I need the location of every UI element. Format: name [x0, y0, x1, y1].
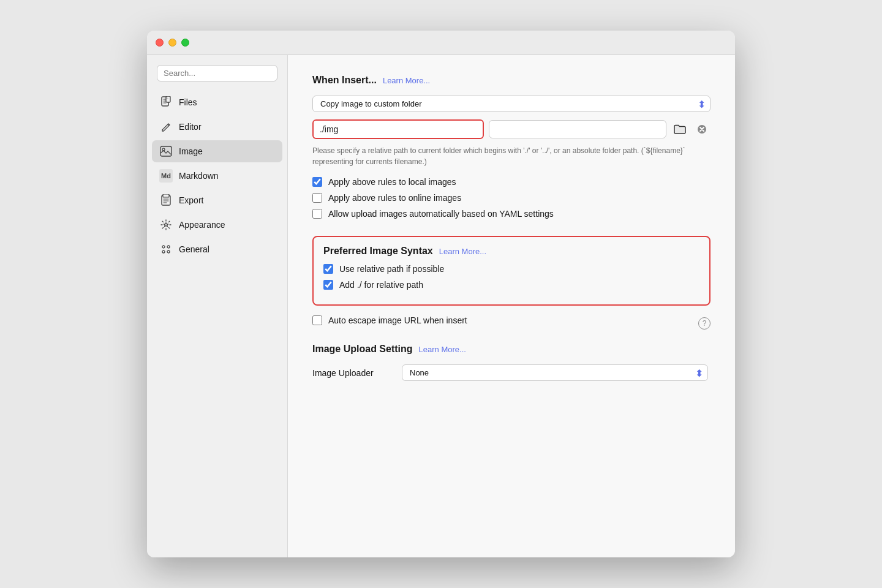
uploader-select-wrapper: None ⬍	[402, 364, 708, 381]
local-images-checkbox[interactable]	[312, 177, 322, 187]
relative-path-checkbox[interactable]	[323, 264, 333, 274]
preferred-syntax-box: Preferred Image Syntax Learn More... Use…	[312, 236, 710, 306]
titlebar	[147, 31, 735, 55]
checkbox-yaml-images: Allow upload images automatically based …	[312, 209, 710, 219]
window-content: Files Editor	[147, 55, 735, 557]
path-row	[312, 119, 710, 139]
svg-point-8	[162, 251, 165, 253]
editor-icon	[159, 120, 173, 134]
path-input[interactable]	[312, 119, 484, 139]
preferred-syntax-header: Preferred Image Syntax Learn More...	[323, 246, 699, 257]
markdown-icon: Md	[159, 169, 173, 183]
svg-point-7	[167, 246, 170, 248]
image-upload-title: Image Upload Setting	[312, 344, 413, 355]
dropdown-row: Copy image to custom folder ⬍	[312, 96, 710, 112]
image-icon	[159, 145, 173, 158]
path-hint-text: Please specify a relative path to curren…	[312, 145, 710, 167]
search-input[interactable]	[157, 65, 277, 81]
svg-point-9	[167, 251, 170, 253]
sidebar-item-markdown[interactable]: Md Markdown	[152, 165, 282, 187]
appearance-icon	[159, 218, 173, 232]
sidebar-item-files[interactable]: Files	[152, 91, 282, 113]
sidebar-item-editor[interactable]: Editor	[152, 116, 282, 138]
when-insert-section: When Insert... Learn More... Copy image …	[312, 75, 710, 219]
escape-url-checkbox-row: Auto escape image URL when insert	[312, 315, 467, 325]
dot-slash-label[interactable]: Add ./ for relative path	[339, 280, 423, 290]
preferred-syntax-title: Preferred Image Syntax	[323, 246, 433, 257]
traffic-lights	[156, 39, 189, 47]
escape-url-help-icon[interactable]: ?	[698, 317, 710, 330]
export-icon	[159, 194, 173, 207]
path-extra-input[interactable]	[489, 120, 666, 138]
local-images-label[interactable]: Apply above rules to local images	[328, 177, 456, 187]
preferred-syntax-learn-more[interactable]: Learn More...	[439, 247, 486, 256]
dropdown-wrapper: Copy image to custom folder ⬍	[312, 96, 710, 112]
sidebar-item-markdown-label: Markdown	[179, 171, 219, 181]
checkbox-relative-path: Use relative path if possible	[323, 264, 699, 274]
maximize-button[interactable]	[181, 39, 189, 47]
sidebar: Files Editor	[147, 55, 288, 557]
search-container	[152, 65, 282, 81]
svg-rect-5	[163, 194, 169, 197]
escape-url-row: Auto escape image URL when insert ?	[312, 315, 710, 331]
sidebar-item-export-label: Export	[179, 195, 203, 205]
folder-browse-button[interactable]	[671, 121, 688, 138]
relative-path-label[interactable]: Use relative path if possible	[339, 264, 444, 274]
when-insert-title: When Insert...	[312, 75, 377, 86]
online-images-checkbox[interactable]	[312, 193, 322, 203]
close-button[interactable]	[156, 39, 164, 47]
online-images-label[interactable]: Apply above rules to online images	[328, 193, 461, 203]
sidebar-item-general[interactable]: General	[152, 238, 282, 260]
when-insert-learn-more[interactable]: Learn More...	[383, 76, 430, 85]
sidebar-item-image-label: Image	[179, 146, 203, 156]
checkbox-dot-slash: Add ./ for relative path	[323, 280, 699, 290]
sidebar-item-editor-label: Editor	[179, 122, 202, 132]
sidebar-item-export[interactable]: Export	[152, 189, 282, 211]
sidebar-item-files-label: Files	[179, 97, 197, 107]
image-upload-section: Image Upload Setting Learn More... Image…	[312, 344, 710, 381]
files-icon	[159, 96, 173, 109]
image-upload-learn-more[interactable]: Learn More...	[419, 345, 466, 354]
yaml-images-checkbox[interactable]	[312, 209, 322, 219]
minimize-button[interactable]	[168, 39, 176, 47]
general-icon	[159, 243, 173, 256]
uploader-select[interactable]: None	[402, 364, 708, 381]
yaml-images-label[interactable]: Allow upload images automatically based …	[328, 209, 554, 219]
sidebar-item-general-label: General	[179, 244, 209, 254]
insert-mode-select[interactable]: Copy image to custom folder	[312, 96, 710, 112]
sidebar-item-appearance-label: Appearance	[179, 220, 225, 230]
main-content: When Insert... Learn More... Copy image …	[288, 55, 735, 557]
sidebar-item-image[interactable]: Image	[152, 140, 282, 162]
sidebar-item-appearance[interactable]: Appearance	[152, 214, 282, 236]
dot-slash-checkbox[interactable]	[323, 280, 333, 290]
svg-rect-2	[160, 146, 172, 156]
escape-url-label[interactable]: Auto escape image URL when insert	[328, 315, 467, 325]
image-upload-header: Image Upload Setting Learn More...	[312, 344, 710, 355]
when-insert-header: When Insert... Learn More...	[312, 75, 710, 86]
checkbox-online-images: Apply above rules to online images	[312, 193, 710, 203]
preferences-window: Files Editor	[147, 31, 735, 557]
uploader-row: Image Uploader None ⬍	[312, 364, 710, 381]
escape-url-checkbox[interactable]	[312, 315, 322, 325]
svg-point-6	[162, 246, 165, 248]
clear-path-button[interactable]	[693, 121, 710, 138]
uploader-label: Image Uploader	[312, 368, 392, 378]
checkbox-local-images: Apply above rules to local images	[312, 177, 710, 187]
